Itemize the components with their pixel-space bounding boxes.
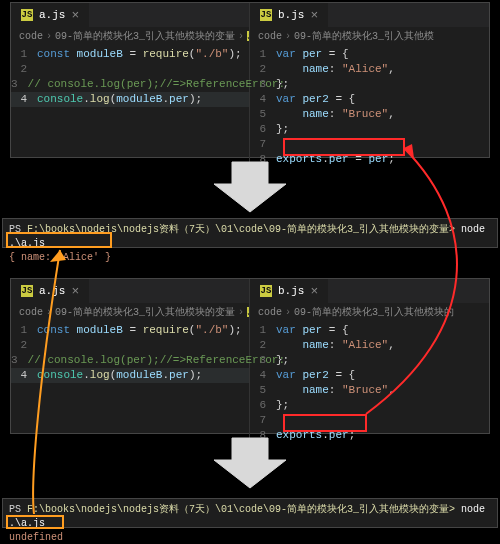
- code-line[interactable]: 1const moduleB = require("./b");: [11, 323, 249, 338]
- code-line[interactable]: 3};: [250, 353, 489, 368]
- down-arrow-icon: [212, 160, 288, 214]
- pane-a-top: JS a.js × code›09-简单的模块化3_引入其他模块的变量›JSa.…: [11, 3, 250, 173]
- terminal-line: PS F:\books\nodejs\nodejs资料（7天）\01\code\…: [9, 503, 491, 531]
- prompt-path: F:\books\nodejs\nodejs资料（7天）\01\code\09-…: [27, 504, 455, 515]
- code-line[interactable]: 6};: [250, 122, 489, 137]
- code-line[interactable]: 5 name: "Bruce",: [250, 383, 489, 398]
- code-line[interactable]: 1var per = {: [250, 47, 489, 62]
- js-icon: JS: [21, 285, 33, 297]
- down-arrow-icon: [212, 436, 288, 490]
- tab-label: b.js: [278, 9, 304, 21]
- code-line[interactable]: 3// console.log(per);//=>ReferenceError:: [11, 353, 249, 368]
- code-line[interactable]: 7: [250, 137, 489, 152]
- breadcrumb: code›09-简单的模块化3_引入其他模块的变量›JSa.js›...: [11, 27, 249, 45]
- pane-b-top: JS b.js × code›09-简单的模块化3_引入其他模 1var per…: [250, 3, 489, 173]
- tab-a-js[interactable]: JS a.js ×: [11, 279, 89, 303]
- terminal-output-bottom[interactable]: PS F:\books\nodejs\nodejs资料（7天）\01\code\…: [2, 498, 498, 528]
- code-line[interactable]: 6};: [250, 398, 489, 413]
- close-icon[interactable]: ×: [71, 8, 79, 23]
- close-icon[interactable]: ×: [71, 284, 79, 299]
- tab-b-js[interactable]: JS b.js ×: [250, 3, 328, 27]
- js-icon: JS: [260, 9, 272, 21]
- code-line[interactable]: 4var per2 = {: [250, 92, 489, 107]
- code-line[interactable]: 4var per2 = {: [250, 368, 489, 383]
- tab-label: a.js: [39, 9, 65, 21]
- close-icon[interactable]: ×: [310, 284, 318, 299]
- pane-a-bottom: JS a.js × code›09-简单的模块化3_引入其他模块的变量›JSa.…: [11, 279, 250, 449]
- code-area-b-bottom[interactable]: 1var per = {2 name: "Alice",3};4var per2…: [250, 321, 489, 449]
- code-line[interactable]: 2 name: "Alice",: [250, 62, 489, 77]
- prompt-prefix: PS: [9, 224, 27, 235]
- tab-label: a.js: [39, 285, 65, 297]
- editor-top: JS a.js × code›09-简单的模块化3_引入其他模块的变量›JSa.…: [10, 2, 490, 158]
- tab-bar: JS b.js ×: [250, 279, 489, 303]
- code-line[interactable]: 3// console.log(per);//=>ReferenceError:: [11, 77, 249, 92]
- breadcrumb: code›09-简单的模块化3_引入其他模块的: [250, 303, 489, 321]
- code-line[interactable]: 2: [11, 62, 249, 77]
- editor-bottom: JS a.js × code›09-简单的模块化3_引入其他模块的变量›JSa.…: [10, 278, 490, 434]
- tab-label: b.js: [278, 285, 304, 297]
- code-line[interactable]: 5 name: "Bruce",: [250, 107, 489, 122]
- code-line[interactable]: 1var per = {: [250, 323, 489, 338]
- breadcrumb: code›09-简单的模块化3_引入其他模块的变量›JSa.js›...: [11, 303, 249, 321]
- js-icon: JS: [21, 9, 33, 21]
- close-icon[interactable]: ×: [310, 8, 318, 23]
- code-line[interactable]: 2: [11, 338, 249, 353]
- code-line[interactable]: 1const moduleB = require("./b");: [11, 47, 249, 62]
- code-area-a-bottom[interactable]: 1const moduleB = require("./b");23// con…: [11, 321, 249, 389]
- tab-b-js[interactable]: JS b.js ×: [250, 279, 328, 303]
- js-icon: JS: [260, 285, 272, 297]
- tab-bar: JS a.js ×: [11, 3, 249, 27]
- prompt-prefix: PS: [9, 504, 27, 515]
- prompt-path: F:\books\nodejs\nodejs资料（7天）\01\code\09-…: [27, 224, 455, 235]
- terminal-line: PS F:\books\nodejs\nodejs资料（7天）\01\code\…: [9, 223, 491, 251]
- code-line[interactable]: 4console.log(moduleB.per);: [11, 92, 249, 107]
- code-area-a-top[interactable]: 1const moduleB = require("./b");23// con…: [11, 45, 249, 113]
- terminal-result: { name: 'Alice' }: [9, 251, 491, 265]
- code-line[interactable]: 7: [250, 413, 489, 428]
- terminal-result: undefined: [9, 531, 491, 544]
- pane-b-bottom: JS b.js × code›09-简单的模块化3_引入其他模块的 1var p…: [250, 279, 489, 449]
- breadcrumb: code›09-简单的模块化3_引入其他模: [250, 27, 489, 45]
- tab-bar: JS b.js ×: [250, 3, 489, 27]
- tab-bar: JS a.js ×: [11, 279, 249, 303]
- code-line[interactable]: 4console.log(moduleB.per);: [11, 368, 249, 383]
- code-line[interactable]: 2 name: "Alice",: [250, 338, 489, 353]
- terminal-output-top[interactable]: PS F:\books\nodejs\nodejs资料（7天）\01\code\…: [2, 218, 498, 248]
- code-line[interactable]: 3};: [250, 77, 489, 92]
- tab-a-js[interactable]: JS a.js ×: [11, 3, 89, 27]
- code-area-b-top[interactable]: 1var per = {2 name: "Alice",3};4var per2…: [250, 45, 489, 173]
